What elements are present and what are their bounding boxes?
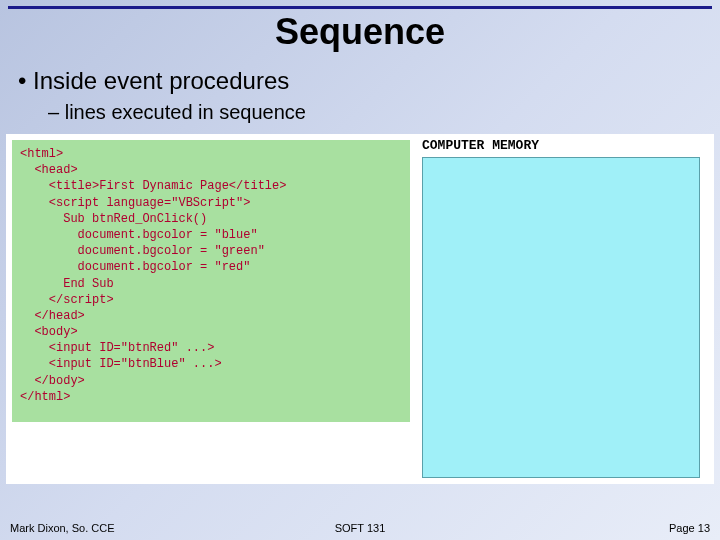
content-panel: <html> <head> <title>First Dynamic Page<… bbox=[6, 134, 714, 484]
footer-course: SOFT 131 bbox=[335, 522, 386, 534]
slide-title: Sequence bbox=[0, 11, 720, 53]
footer: Mark Dixon, So. CCE SOFT 131 Page 13 bbox=[0, 522, 720, 534]
footer-page: Page 13 bbox=[669, 522, 710, 534]
footer-author: Mark Dixon, So. CCE bbox=[10, 522, 115, 534]
bullet-level-1: Inside event procedures bbox=[18, 67, 720, 95]
memory-label: COMPUTER MEMORY bbox=[422, 138, 700, 153]
top-rule bbox=[8, 6, 712, 9]
code-block: <html> <head> <title>First Dynamic Page<… bbox=[12, 140, 410, 422]
bullet-level-2: lines executed in sequence bbox=[48, 101, 720, 124]
memory-box bbox=[422, 157, 700, 478]
memory-column: COMPUTER MEMORY bbox=[422, 140, 700, 478]
